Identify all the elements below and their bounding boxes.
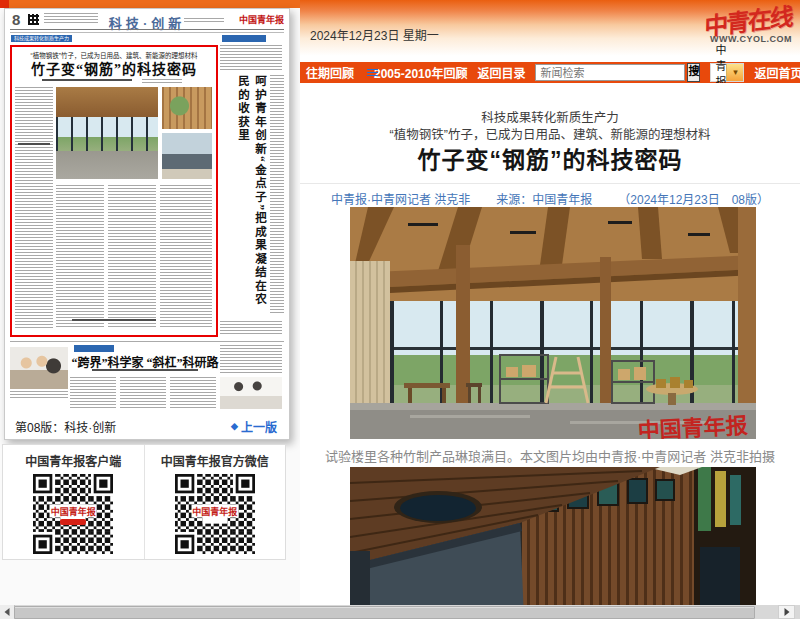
article-photo-pavilion [350, 467, 756, 605]
previous-page-label: 上一版 [241, 418, 277, 435]
scrollbar-thumb[interactable] [14, 606, 755, 619]
nav-back-issues[interactable]: 往期回顾 [306, 64, 354, 81]
qr-center-logo: 中国青年报 [50, 504, 97, 517]
simulated-bold-line [72, 319, 156, 322]
search-input[interactable] [535, 64, 685, 81]
newspaper-sheet-image[interactable]: 8 科技·创新 中国青年报 科技成果转化新质生产力 “植物钢铁”竹子，已成为日用… [6, 9, 288, 415]
simulated-subhead [18, 143, 50, 146]
newspaper-page-panel: 8 科技·创新 中国青年报 科技成果转化新质生产力 “植物钢铁”竹子，已成为日用… [0, 8, 300, 605]
byline-source: 来源：中国青年报 [496, 190, 592, 207]
nav-archive-2005-2010[interactable]: 2005-2010年回顾 [374, 64, 467, 81]
simulated-text-column [108, 185, 156, 329]
second-article-photo [10, 347, 68, 389]
second-article-tag [74, 345, 114, 352]
qr-cell-app: 中国青年报客户端 中国青年报 [3, 445, 144, 559]
simulated-text-column [170, 377, 216, 409]
page-label: 第08版：科技·创新 [15, 418, 116, 435]
qr-red-badge [60, 519, 86, 525]
lead-byline-sim [42, 79, 132, 83]
newspaper-sheet: 8 科技·创新 中国青年报 科技成果转化新质生产力 “植物钢铁”竹子，已成为日用… [4, 8, 290, 440]
simulated-text-column [220, 345, 282, 373]
previous-page-link[interactable]: ◆ 上一版 [231, 418, 277, 435]
qr-panel: 中国青年报客户端 中国青年报 中国青年报官方微信 中国青年报 [2, 444, 286, 560]
simulated-text-column [70, 377, 116, 409]
paper-series-select[interactable]: 中青报系 ▾ [710, 63, 744, 82]
top-corner-accent [0, 0, 9, 8]
byline-reporter: 中青报·中青网记者 洪克非 [331, 190, 470, 207]
epaper-reader-screen: 8 科技·创新 中国青年报 科技成果转化新质生产力 “植物钢铁”竹子，已成为日用… [0, 0, 800, 619]
simulated-text-column [220, 45, 282, 71]
top-orange-strip [0, 0, 300, 8]
simulated-caption [10, 391, 68, 399]
main-navbar: 往期回顾 2005-2010年回顾 返回目录 搜 中青报系 ▾ 返回首页 [300, 62, 800, 83]
simulated-text-column [120, 377, 166, 409]
simulated-sub-headline [92, 369, 198, 372]
article-title: 竹子变“钢筋”的科技密码 [300, 141, 800, 175]
lead-headline: 竹子变“钢筋”的科技密码 [12, 58, 216, 78]
qr-app-title: 中国青年报客户端 [3, 452, 144, 469]
side-vertical-headline: 呵护青年创新“金点子”把成果凝结在农民的收获里 [218, 75, 268, 315]
lead-article-tag: 科技成果转化新质生产力 [11, 35, 72, 42]
site-logo[interactable]: 中青在线 WWW.CYOL.COM [704, 2, 792, 44]
article-divider [10, 341, 284, 342]
side-article-tag [222, 35, 266, 42]
article-photo-interior: 中国青年报 [350, 207, 756, 439]
lead-photo-bamboo-wall [162, 87, 212, 129]
photo-caption: 试验楼里各种竹制产品琳琅满目。本文图片均由中青报·中青网记者 洪克非拍摄 [300, 446, 800, 465]
nav-back-home[interactable]: 返回首页 [754, 64, 800, 81]
masthead-rule [10, 29, 284, 33]
qr-code-app: 中国青年报 [33, 474, 113, 554]
simulated-text-column [160, 185, 212, 329]
simulated-text-column [15, 87, 53, 329]
masthead-brand: 中国青年报 [239, 13, 284, 26]
qr-center-logo: 中国青年报 [191, 504, 238, 517]
scrollbar-left-arrow[interactable] [0, 605, 15, 619]
right-arrow-icon [784, 608, 789, 616]
byline-issue-date: （2024年12月23日 08版） [618, 190, 769, 207]
simulated-text-column [270, 75, 284, 315]
byline-divider [300, 183, 800, 184]
article-content: 科技成果转化新质生产力 “植物钢铁”竹子，已成为日用品、建筑、新能源的理想材料 … [300, 83, 800, 605]
second-article-lab-photo [220, 377, 282, 409]
left-arrow-icon [5, 608, 10, 616]
qr-wechat-title: 中国青年报官方微信 [145, 452, 286, 469]
diamond-icon: ◆ [231, 421, 238, 431]
simulated-text-column [220, 321, 282, 335]
article-byline: 中青报·中青网记者 洪克非 来源：中国青年报 （2024年12月23日 08版） [300, 190, 800, 207]
lead-photo-interior [56, 87, 158, 179]
lead-byline-sim2 [142, 79, 182, 83]
highlighted-article-region[interactable]: “植物钢铁”竹子，已成为日用品、建筑、新能源的理想材料 竹子变“钢筋”的科技密码 [10, 45, 218, 337]
lead-photo-building [162, 133, 212, 179]
search-button[interactable]: 搜 [687, 63, 700, 82]
qr-code-wechat: 中国青年报 [175, 474, 255, 554]
simulated-text-column [56, 185, 104, 329]
chevron-down-icon: ▾ [726, 64, 743, 81]
scrollbar-right-arrow[interactable] [778, 605, 795, 619]
date-line: 2024年12月23日 星期一 [310, 26, 439, 43]
qr-cell-wechat: 中国青年报官方微信 中国青年报 [144, 445, 286, 559]
nav-back-to-contents[interactable]: 返回目录 [477, 64, 525, 81]
masthead-date-text [184, 18, 224, 23]
sheet-footer: 第08版：科技·创新 ◆ 上一版 [5, 415, 287, 437]
horizontal-scrollbar[interactable] [0, 605, 800, 619]
